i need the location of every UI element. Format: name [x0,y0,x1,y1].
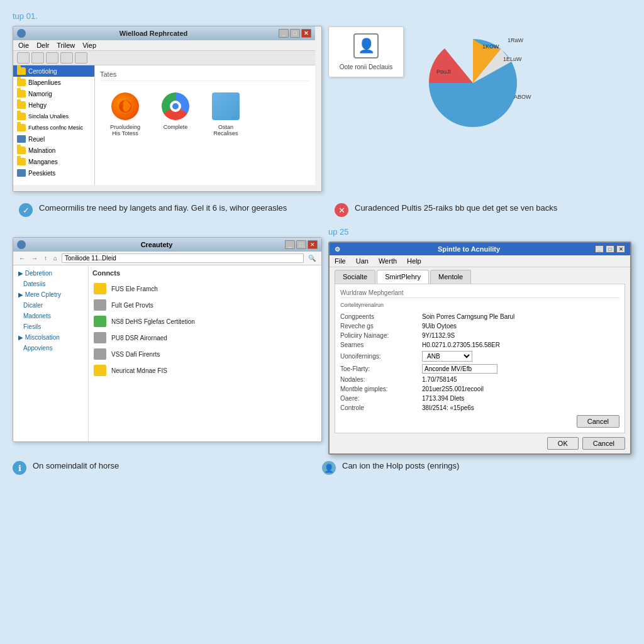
pie-chart: 1RaW 1ELuW 1KOW PouJI ABOW [410,26,536,140]
props-section-title: Wurldraw Mephgerlant [340,289,619,298]
fm-item-3[interactable]: PU8 DSR Airornaed [92,330,318,346]
fm-min[interactable]: _ [285,240,295,249]
fm-nav-dicaler[interactable]: Dicaler [13,300,88,311]
sidebar-item-0[interactable]: Cerotiolng [13,65,94,77]
props-body: Wurldraw Mephgerlant Cortelityrrenalrun … [335,284,625,433]
sidebar-item-4[interactable]: Sinclala Unalies [13,111,94,122]
fm-up[interactable]: ↑ [42,254,49,262]
props-row-3: Searnes H0.0271.0.27305.156.58ER [340,341,619,348]
tab-smirtplehry[interactable]: SmirtPlehry [377,270,429,284]
svg-text:1KOW: 1KOW [482,43,499,50]
fm-search[interactable]: 🔍 [306,254,318,262]
sidebar-item-7[interactable]: Malnation [13,145,94,156]
toolbar-btn-3[interactable] [46,52,58,64]
fm-nav-madonets[interactable]: Madonets [13,311,88,321]
person-icon: 👤 [322,461,336,475]
menu-trilew[interactable]: Trilew [57,42,75,49]
maximize-button[interactable]: □ [290,29,300,38]
sidebar-item-3[interactable]: Hehgy [13,99,94,111]
toolbar-btn-5[interactable] [75,52,87,64]
cancel-top-button[interactable]: Cancel [577,415,619,428]
toolbar-btn-1[interactable] [17,52,30,64]
info-box-icon: 👤 [353,33,379,58]
toolbar-btn-4[interactable] [60,52,73,64]
sidebar-item-6[interactable]: Reuel [13,133,94,145]
uonoifernings-select[interactable]: ANB [422,351,472,362]
folder-icon-7 [17,147,26,154]
fm-nav-sidebar: ▶ Debretion Datesiis ▶ Mere Cpletry Dica… [13,265,89,441]
props-menu-werth[interactable]: Werth [379,257,397,265]
fm-item-icon-2 [94,316,106,327]
pie-chart-container: 1RaW 1ELuW 1KOW PouJI ABOW [410,26,536,140]
fm-icon [17,240,26,249]
props-menu-file[interactable]: File [335,257,346,265]
toolbar-btn-2[interactable] [31,52,44,64]
sidebar-item-1[interactable]: Blapenliues [13,77,94,88]
fm-item-1[interactable]: Fult Get Provts [92,297,318,313]
menu-delr[interactable]: Delr [36,42,49,49]
fm-item-2[interactable]: NS8 DeHS Fglefas Certitetion [92,313,318,330]
bottom-left-section: Creautety _ □ ✕ ← → ↑ ⌂ Toniliode 11..Dl… [13,227,322,455]
props-tabs: Socialte SmirtPlehry Mentole [330,267,630,284]
props-max[interactable]: □ [606,245,614,253]
desc-text-right: Curadenced Pultis 25-raiks bb que det ge… [355,202,557,214]
tab-socialte[interactable]: Socialte [335,270,375,284]
props-footer: OK Cancel [330,433,630,453]
props-menu-help[interactable]: Help [407,257,421,265]
fm-nav-mere[interactable]: ▶ Mere Cpletry [13,289,88,300]
fm-item-0[interactable]: FUS Ele Framch [92,280,318,297]
content-area: Tates Pruoludeing His Totess [95,65,315,185]
chrome-icon [162,92,189,120]
fm-nav-miscolsation[interactable]: ▶ Miscolsation [13,332,88,343]
fm-item-4[interactable]: VSS Dafi Firenrts [92,346,318,362]
props-close[interactable]: ✕ [616,245,625,253]
sidebar-item-2[interactable]: Namorig [13,88,94,99]
props-min[interactable]: _ [595,245,604,253]
menu-viep[interactable]: Viep [82,42,96,49]
file-sidebar: Cerotiolng Blapenliues Namorig Hehgy [13,65,95,185]
icon-grid: Pruoludeing His Totess Complete [100,86,310,143]
close-button[interactable]: ✕ [301,29,311,38]
props-menu-uan[interactable]: Uan [356,257,369,265]
folder-icon-0 [17,67,26,75]
sidebar-item-9[interactable]: Peeskiets [13,167,94,179]
footer-row: ℹ On someindalit of horse 👤 Can ion the … [13,455,631,475]
icon-item-chrome[interactable]: Complete [157,92,194,136]
fm-nav-appoviens[interactable]: Appoviens [13,343,88,353]
check-icon: ✓ [19,203,33,217]
fm-forward[interactable]: → [30,254,40,262]
fm-title: Creautety [28,241,285,248]
svg-text:1RaW: 1RaW [508,37,524,43]
fm-address-input[interactable]: Toniliode 11..Dleid [62,253,304,263]
menu-oie[interactable]: Oie [18,42,29,49]
fm-back[interactable]: ← [17,254,27,262]
firefox-label: Pruoludeing His Totess [110,124,140,136]
bottom-right-section: up 25 ⚙ Spintle to Acnuility _ □ ✕ File … [322,227,631,455]
sidebar-item-8[interactable]: Manganes [13,156,94,167]
props-title: Spintle to Acnuility [438,245,500,253]
icon-item-firefox[interactable]: Pruoludeing His Totess [106,92,144,136]
blue-icon [212,92,240,120]
fm-home[interactable]: ⌂ [52,254,59,262]
info-icon: ℹ [13,461,26,475]
fm-close[interactable]: ✕ [308,240,318,249]
icon-item-blue[interactable]: Ostan Recalises [207,92,245,136]
minimize-button[interactable]: _ [279,29,289,38]
fm-item-5[interactable]: Neuricat Mdnae FIS [92,362,318,379]
toe-flarty-input[interactable] [422,364,497,374]
fm-nav-datesiis[interactable]: Datesiis [13,279,88,289]
fm-max[interactable]: □ [296,240,306,249]
cancel-button[interactable]: Cancel [582,437,625,450]
svg-text:1ELuW: 1ELuW [503,56,522,62]
fm-nav-debretion[interactable]: ▶ Debretion [13,268,88,279]
fm-item-icon-5 [94,365,106,376]
fm-nav-fiesils[interactable]: Fiesils [13,321,88,332]
desc-row-1-left: ✓ Comeormilis tre need by langets and fi… [13,197,316,222]
sidebar-item-5[interactable]: Futhess confnc Mesic [13,122,94,133]
fm-titlebar: Creautety _ □ ✕ [13,238,321,252]
props-row-7: Montble gimples: 201uer2S5.001recooil [340,386,619,392]
props-titlebar: ⚙ Spintle to Acnuility _ □ ✕ [330,243,630,255]
tab-mentole[interactable]: Mentole [430,270,471,284]
props-titlebar-icon: ⚙ [335,246,340,253]
ok-button[interactable]: OK [547,437,579,450]
